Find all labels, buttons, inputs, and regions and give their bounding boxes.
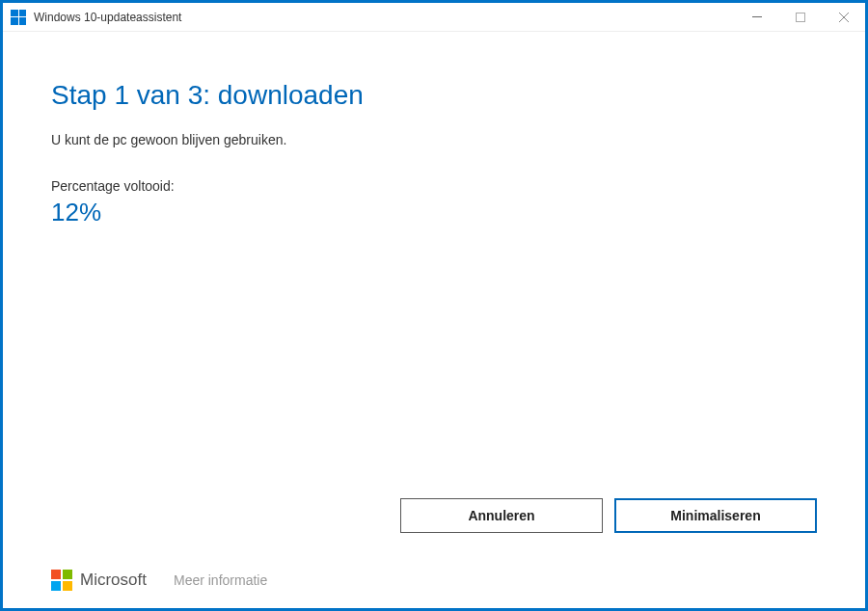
microsoft-logo-icon [51, 570, 72, 591]
progress-label: Percentage voltooid: [51, 178, 817, 194]
microsoft-logo: Microsoft [51, 570, 147, 591]
close-window-button[interactable] [822, 3, 865, 32]
button-row: Annuleren Minimaliseren [400, 498, 817, 533]
progress-value: 12% [51, 198, 817, 227]
minimize-icon [752, 16, 762, 17]
svg-rect-0 [752, 16, 762, 17]
window-controls [735, 3, 865, 32]
windows-icon [11, 10, 26, 25]
microsoft-logo-text: Microsoft [80, 571, 147, 590]
titlebar: Windows 10-updateassistent [3, 3, 865, 32]
main-content: Stap 1 van 3: downloaden U kunt de pc ge… [3, 32, 865, 227]
close-icon [839, 13, 849, 22]
footer: Microsoft Meer informatie [51, 570, 267, 591]
maximize-window-button[interactable] [778, 3, 822, 32]
page-heading: Stap 1 van 3: downloaden [51, 80, 817, 111]
cancel-button[interactable]: Annuleren [400, 498, 603, 533]
svg-rect-1 [796, 13, 804, 21]
page-subtext: U kunt de pc gewoon blijven gebruiken. [51, 132, 817, 147]
maximize-icon [796, 13, 805, 22]
window-title: Windows 10-updateassistent [34, 11, 735, 24]
more-info-link[interactable]: Meer informatie [174, 572, 267, 588]
minimize-window-button[interactable] [735, 3, 778, 32]
minimize-button[interactable]: Minimaliseren [614, 498, 817, 533]
